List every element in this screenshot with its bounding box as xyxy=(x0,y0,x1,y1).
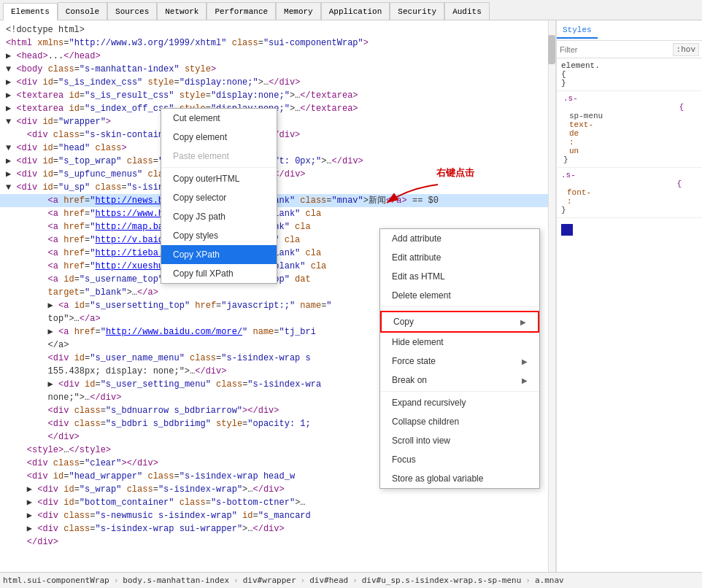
menu-item-label: Edit as HTML xyxy=(392,271,445,282)
styles-header: Styles xyxy=(557,20,702,41)
tab-styles[interactable]: Styles xyxy=(557,23,598,39)
styles-filter-input[interactable] xyxy=(560,45,673,54)
submenu-arrow-icon: ▶ xyxy=(520,318,526,326)
menu-item-label: Delete element xyxy=(392,290,451,301)
menu-item-edit-attribute[interactable]: Edit attribute xyxy=(380,248,539,267)
scrollbar-thumb[interactable] xyxy=(548,35,555,64)
tab-audits[interactable]: Audits xyxy=(444,2,490,20)
dom-line-4[interactable]: ▼ <body class="s-manhattan-index" style> xyxy=(0,63,555,76)
menu-item-label: Hide element xyxy=(392,337,444,347)
menu-item-delete-element[interactable]: Delete element xyxy=(380,286,539,305)
element-brace-open: { xyxy=(561,70,698,79)
status-sep1: › xyxy=(114,576,119,585)
rule2-prop1: font- xyxy=(561,188,698,197)
dom-line-13[interactable]: ▼ <div id="u_sp" class="s-isindex-wrap s… xyxy=(0,181,555,194)
rule1-prop2: de xyxy=(563,129,698,138)
styles-panel: Styles :hov element. { } .s- { sp-menu t… xyxy=(556,20,702,572)
status-bar: html.sui-componentWrap › body.s-manhatta… xyxy=(0,572,702,588)
dom-line-2[interactable]: <html xmlns="http://www.w3.org/1999/xhtm… xyxy=(0,36,555,50)
dom-line-40[interactable]: </div> xyxy=(0,535,555,549)
dom-line-15[interactable]: <a href="https://www.hao123.com" target=… xyxy=(0,207,555,220)
menu-item-force-state[interactable]: Force state▶ xyxy=(380,352,539,371)
submenu-arrow-icon: ▶ xyxy=(522,376,528,384)
menu-item-break-on[interactable]: Break on▶ xyxy=(380,371,539,390)
status-head[interactable]: div#head xyxy=(309,576,348,585)
rule2-brace-close: } xyxy=(561,206,698,214)
menu-item-store-as-global-variable[interactable]: Store as global variable xyxy=(380,469,539,488)
rule1-selector: .s- { xyxy=(563,94,698,112)
menu-item-scroll-into-view[interactable]: Scroll into view xyxy=(380,431,539,450)
scrollbar-track[interactable] xyxy=(548,20,555,572)
main-area: <!doctype html><html xmlns="http://www.w… xyxy=(0,20,702,572)
hov-button[interactable]: :hov xyxy=(673,43,699,56)
dom-line-9[interactable]: <div class="s-skin-container s-isindex-w… xyxy=(0,128,555,142)
menu-item-hide-element[interactable]: Hide element xyxy=(380,333,539,352)
menu-item-label: Edit attribute xyxy=(392,252,441,263)
menu-item-label: Add attribute xyxy=(392,233,441,244)
tab-console[interactable]: Console xyxy=(58,2,107,20)
status-body[interactable]: body.s-manhattan-index xyxy=(123,576,229,585)
dom-line-12[interactable]: ▶ <div id="s_upfunc_menus" class="s-upfu… xyxy=(0,168,555,181)
status-sep3: › xyxy=(301,576,306,585)
styles-rule-2: .s- { font- : } xyxy=(557,168,702,218)
menu-item-label: Expand recursively xyxy=(392,398,466,408)
menu-item-label: Store as global variable xyxy=(392,473,483,484)
dom-line-1[interactable]: <!doctype html> xyxy=(0,23,555,36)
context-menu[interactable]: Add attributeEdit attributeEdit as HTMLD… xyxy=(379,228,540,489)
rule1-prop3: : xyxy=(563,138,698,147)
menu-item-focus[interactable]: Focus xyxy=(380,450,539,469)
tab-bar: Elements Console Sources Network Perform… xyxy=(0,0,702,20)
tab-elements[interactable]: Elements xyxy=(3,3,58,20)
menu-item-label: Collapse children xyxy=(392,417,459,427)
rule1-sp-menu: sp-menu xyxy=(563,112,698,120)
status-sep5: › xyxy=(525,576,531,585)
dom-line-6[interactable]: ▶ <textarea id="s_is_result_css" style="… xyxy=(0,89,555,102)
styles-filter: :hov xyxy=(557,41,702,58)
menu-item-label: Copy xyxy=(393,317,414,327)
status-sep2: › xyxy=(234,576,239,585)
element-selector: element. xyxy=(561,61,698,70)
tab-security[interactable]: Security xyxy=(390,2,444,20)
element-brace-close: } xyxy=(561,79,698,88)
menu-item-edit-as-html[interactable]: Edit as HTML xyxy=(380,267,539,286)
status-amnav[interactable]: a.mnav xyxy=(535,576,564,585)
dom-line-14[interactable]: <a href="http://news.baidu.com" target="… xyxy=(0,194,555,207)
dom-line-11[interactable]: ▶ <div id="s_top_wrap" class="s-top-wrap… xyxy=(0,155,555,168)
menu-item-label: Scroll into view xyxy=(392,436,450,446)
menu-item-label: Focus xyxy=(392,454,416,465)
tab-application[interactable]: Application xyxy=(321,2,390,20)
status-sep4: › xyxy=(352,576,358,585)
tab-performance[interactable]: Performance xyxy=(207,2,276,20)
rule1-prop1: text- xyxy=(563,120,698,129)
styles-element-rule: element. { } xyxy=(557,58,702,91)
submenu-arrow-icon: ▶ xyxy=(522,357,528,365)
dom-line-3[interactable]: ▶ <head>...</head> xyxy=(0,50,555,63)
dom-line-5[interactable]: ▶ <div id="s_is_index_css" style="displa… xyxy=(0,76,555,89)
menu-item-collapse-children[interactable]: Collapse children xyxy=(380,412,539,431)
dom-line-39[interactable]: ▶ <div class="s-isindex-wrap sui-wrapper… xyxy=(0,522,555,535)
color-swatch xyxy=(561,224,573,236)
dom-line-37[interactable]: ▶ <div id="bottom_container" class="s-bo… xyxy=(0,496,555,509)
dom-line-38[interactable]: ▶ <div class="s-newmusic s-isindex-wrap"… xyxy=(0,509,555,522)
rule2-selector: .s- { xyxy=(561,171,698,188)
separator-after-break xyxy=(380,391,539,392)
status-usp[interactable]: div#u_sp.s-isindex-wrap.s-sp-menu xyxy=(362,576,522,585)
status-html[interactable]: html.sui-componentWrap xyxy=(3,576,109,585)
rule1-prop4: un xyxy=(563,147,698,155)
menu-item-add-attribute[interactable]: Add attribute xyxy=(380,229,539,248)
separator-after-delete xyxy=(380,306,539,307)
tab-memory[interactable]: Memory xyxy=(276,2,321,20)
rule1-brace-close: } xyxy=(563,155,698,164)
menu-item-copy[interactable]: Copy▶ xyxy=(380,311,539,333)
menu-item-expand-recursively[interactable]: Expand recursively xyxy=(380,393,539,412)
dom-line-10[interactable]: ▼ <div id="head" class> xyxy=(0,142,555,155)
dom-panel: <!doctype html><html xmlns="http://www.w… xyxy=(0,20,556,572)
tab-sources[interactable]: Sources xyxy=(107,2,157,20)
tab-network[interactable]: Network xyxy=(157,2,207,20)
menu-item-label: Break on xyxy=(392,375,427,385)
dom-line-8[interactable]: ▼ <div id="wrapper"> xyxy=(0,115,555,128)
styles-rule-1: .s- { sp-menu text- de : un } xyxy=(557,91,702,168)
separator-4 xyxy=(380,309,539,309)
dom-line-7[interactable]: ▶ <textarea id="s_index_off_css" style="… xyxy=(0,102,555,115)
status-wrapper[interactable]: div#wrapper xyxy=(243,576,296,585)
